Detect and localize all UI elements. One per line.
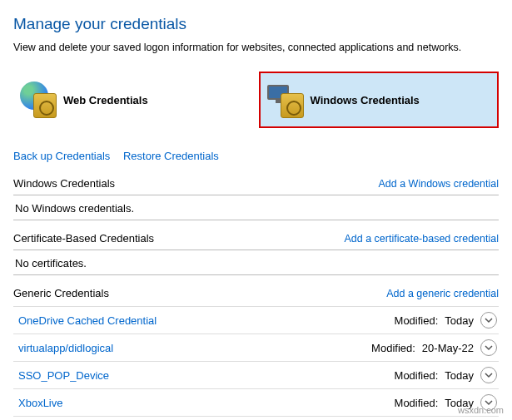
credential-tabs: Web Credentials Windows Credentials	[13, 72, 499, 128]
credential-meta: Modified: Today	[395, 367, 497, 383]
add-generic-credential-link[interactable]: Add a generic credential	[386, 288, 499, 299]
add-cert-credential-link[interactable]: Add a certificate-based credential	[344, 233, 499, 245]
modified-value: Today	[445, 314, 474, 327]
chevron-down-icon[interactable]	[480, 339, 497, 356]
credential-name[interactable]: SSO_POP_Device	[18, 369, 109, 382]
add-windows-credential-link[interactable]: Add a Windows credential	[378, 178, 499, 190]
globe-vault-icon	[20, 82, 57, 118]
modified-label: Modified:	[395, 397, 439, 409]
restore-credentials-link[interactable]: Restore Credentials	[123, 150, 219, 162]
credential-name[interactable]: XboxLive	[18, 397, 62, 409]
section-cert-credentials: Certificate-Based Credentials Add a cert…	[13, 232, 499, 275]
credential-meta: Modified: 20-May-22	[371, 339, 497, 356]
credential-name[interactable]: OneDrive Cached Credential	[18, 314, 157, 327]
modified-label: Modified:	[395, 369, 439, 382]
footer-watermark: wsxdn.com	[458, 405, 504, 415]
credential-name[interactable]: virtualapp/didlogical	[18, 342, 113, 354]
list-item[interactable]: OneDrive Cached Credential Modified: Tod…	[13, 306, 499, 334]
cert-empty-msg: No certificates.	[13, 250, 499, 273]
chevron-down-icon[interactable]	[480, 367, 497, 383]
tab-windows-label: Windows Credentials	[311, 94, 420, 106]
page-subtitle: View and delete your saved logon informa…	[13, 42, 499, 53]
modified-value: 20-May-22	[422, 342, 474, 354]
page-title: Manage your credentials	[13, 15, 499, 33]
section-generic-credentials: Generic Credentials Add a generic creden…	[13, 287, 499, 417]
tab-windows-credentials[interactable]: Windows Credentials	[259, 72, 500, 128]
section-generic-title: Generic Credentials	[13, 287, 109, 299]
list-item[interactable]: XboxLive Modified: Today	[13, 389, 499, 417]
tab-web-credentials[interactable]: Web Credentials	[13, 72, 251, 128]
windows-empty-msg: No Windows credentials.	[13, 195, 499, 218]
list-item[interactable]: SSO_POP_Device Modified: Today	[13, 362, 499, 389]
list-item[interactable]: virtualapp/didlogical Modified: 20-May-2…	[13, 334, 499, 362]
chevron-down-icon[interactable]	[480, 312, 497, 329]
backup-credentials-link[interactable]: Back up Credentials	[13, 150, 110, 162]
generic-credentials-list: OneDrive Cached Credential Modified: Tod…	[13, 306, 499, 417]
credential-links: Back up Credentials Restore Credentials	[13, 150, 499, 162]
section-cert-title: Certificate-Based Credentials	[13, 232, 154, 245]
section-windows-title: Windows Credentials	[13, 177, 115, 190]
monitor-vault-icon	[267, 82, 304, 118]
modified-label: Modified:	[371, 342, 415, 354]
modified-label: Modified:	[395, 314, 439, 327]
credential-meta: Modified: Today	[395, 312, 497, 329]
section-windows-credentials: Windows Credentials Add a Windows creden…	[13, 177, 499, 220]
tab-web-label: Web Credentials	[63, 94, 148, 106]
modified-value: Today	[445, 369, 474, 382]
